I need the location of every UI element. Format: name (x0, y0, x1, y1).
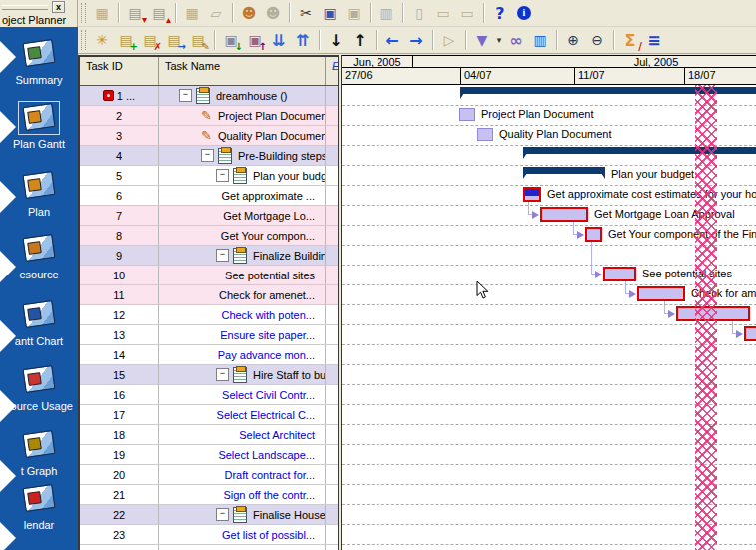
remove-resource-button[interactable]: ☻ (261, 2, 285, 24)
collapse-icon[interactable]: − (216, 508, 229, 521)
toolbar-grip[interactable] (81, 30, 86, 50)
collapse-icon[interactable]: − (179, 89, 192, 102)
task-row[interactable]: 9−Finalize Building site (80, 246, 338, 266)
zoom-out-button[interactable]: ⊖ (585, 29, 609, 51)
task-row[interactable]: 7Get Mortgage Lo... (80, 206, 338, 226)
task-row[interactable]: 18Select Architect (80, 425, 338, 445)
task-row[interactable]: 1 ...−dreamhouse () (80, 86, 338, 106)
check-out-button[interactable]: ▤▴ (147, 2, 171, 24)
cut-button[interactable]: ✂ (294, 2, 318, 24)
summary-bar-row-1[interactable] (460, 87, 756, 94)
task-bar-row-6[interactable] (523, 187, 541, 202)
task-bar-row-7[interactable] (540, 207, 588, 222)
filter-button[interactable]: ▼ (470, 29, 494, 51)
summary-bar-row-5[interactable] (523, 167, 605, 174)
collapse-icon[interactable]: − (216, 169, 229, 182)
new-document-button[interactable]: ▯ (407, 2, 431, 24)
task-row[interactable]: 16Select Civil Contr... (80, 385, 338, 405)
milestone-bar-row-3[interactable] (477, 128, 493, 141)
sidebar-item-lendar[interactable]: lendar (0, 483, 78, 531)
task-row[interactable]: 5−Plan your budget (80, 166, 338, 186)
gantt-bar-label: Get Mortgage Loan Approval (594, 208, 735, 220)
milestone-bar-row-2[interactable] (459, 108, 475, 121)
edit-pencil-icon: ✎ (201, 128, 212, 143)
sidebar-item-esource[interactable]: esource (0, 233, 78, 280)
open-button[interactable]: ▦ (180, 2, 204, 24)
collapse-icon[interactable]: − (216, 368, 229, 381)
sum-button[interactable]: Σ/ (618, 29, 642, 51)
copy-button[interactable]: ▣ (318, 2, 342, 24)
task-row[interactable]: 2✎Project Plan Document (80, 106, 338, 126)
columns-button[interactable]: ▥ (528, 29, 552, 51)
sidebar-item-plan-gantt[interactable]: Plan Gantt (0, 102, 78, 150)
column-header-task-id[interactable]: Task ID (80, 57, 159, 85)
sidebar-item-antt-chart[interactable]: antt Chart (0, 299, 78, 347)
task-row[interactable]: 13Ensure site paper... (80, 325, 338, 345)
titlebar-grip[interactable] (2, 5, 48, 10)
delete-task-button[interactable]: ▤✗ (138, 29, 162, 51)
task-row[interactable]: 19Select Landscape... (80, 445, 338, 465)
task-row[interactable]: 20Draft contract for... (80, 465, 338, 485)
sidebar-item-plan[interactable]: Plan (0, 170, 78, 218)
project-wizard-button[interactable]: ✳ (90, 29, 114, 51)
sidebar-item-source-usage[interactable]: source Usage (0, 364, 78, 412)
filter-dropdown-button[interactable]: ▾ (494, 29, 504, 51)
zoom-in-button[interactable]: ⊕ (561, 29, 585, 51)
collapse-icon[interactable]: − (216, 249, 229, 262)
task-row[interactable]: 3✎Quality Plan Document (80, 126, 338, 146)
column-header-task-name[interactable]: Task Name (159, 57, 326, 85)
go-next-button[interactable]: → (404, 29, 428, 51)
task-row[interactable]: 8Get Your compon... (80, 226, 338, 246)
task-row[interactable]: 4−Pre-Building steps (80, 146, 338, 166)
find-button[interactable]: ∞ (504, 29, 528, 51)
help-button[interactable]: ? (488, 2, 512, 24)
promote-task-button[interactable]: ⇈ (291, 29, 315, 51)
print-preview-button[interactable]: ▭ (455, 2, 479, 24)
insert-task-above-button[interactable]: ▣↑ (243, 29, 267, 51)
task-bar-row-12[interactable] (676, 306, 750, 321)
sidebar-item-t-graph[interactable]: t Graph (0, 429, 78, 477)
edit-task-button[interactable]: ▤✎ (186, 29, 210, 51)
task-row[interactable]: 12Check with poten... (80, 305, 338, 325)
save-button[interactable]: ▦ (90, 2, 114, 24)
task-row[interactable] (80, 545, 338, 550)
task-bar-row-13[interactable] (744, 326, 756, 341)
collapse-icon[interactable]: − (201, 149, 214, 162)
task-row[interactable]: 11Check for amenet... (80, 285, 338, 305)
print-button[interactable]: ▭ (431, 2, 455, 24)
paste-button[interactable]: ▣ (342, 2, 366, 24)
task-row[interactable]: 21Sign off the contr... (80, 485, 338, 505)
task-bar-row-8[interactable] (585, 227, 602, 242)
task-row[interactable]: 14Pay advance mon... (80, 345, 338, 365)
task-row[interactable]: 6Get approximate ... (80, 186, 338, 206)
sidebar-item-summary[interactable]: Summary (0, 38, 78, 86)
insert-subtask-below-button[interactable]: ▣↓ (219, 29, 243, 51)
task-row[interactable]: 23Get list of possibl... (80, 525, 338, 545)
task-id-value: 21 (113, 489, 125, 501)
column-header-extra[interactable]: E (326, 57, 338, 85)
move-up-button[interactable]: ↑ (348, 29, 372, 51)
task-bar-row-11[interactable] (637, 286, 685, 301)
export-button[interactable]: ▥ (375, 2, 398, 24)
copy-task-button[interactable]: ▤→ (162, 29, 186, 51)
move-down-button[interactable]: ↓ (324, 29, 348, 51)
about-button[interactable]: i (512, 2, 536, 24)
assign-resource-button[interactable]: ☻ (237, 2, 261, 24)
check-in-button[interactable]: ▤▾ (123, 2, 147, 24)
add-task-button[interactable]: ▤+ (114, 29, 138, 51)
summary-bar-row-4[interactable] (523, 147, 756, 154)
close-button[interactable]: x (52, 1, 65, 13)
toolbar-grip[interactable] (81, 3, 86, 23)
task-row[interactable]: 17Select Electrical C... (80, 405, 338, 425)
notes-button[interactable]: ≡ (642, 29, 666, 51)
task-bar-row-10[interactable] (603, 267, 636, 281)
go-previous-button[interactable]: ← (380, 29, 404, 51)
clear-highlight-button[interactable]: ▷ (437, 29, 461, 51)
task-row[interactable]: 22−Finalise House Plan (80, 505, 338, 525)
row-gridline (342, 524, 756, 525)
task-row[interactable]: 10See potential sites (80, 266, 338, 285)
task-row[interactable]: 15−Hire Staff to build yo... (80, 365, 338, 385)
demote-task-button[interactable]: ⇊ (267, 29, 291, 51)
properties-button[interactable]: ▱ (204, 2, 228, 24)
task-id-cell: 16 (80, 385, 159, 404)
